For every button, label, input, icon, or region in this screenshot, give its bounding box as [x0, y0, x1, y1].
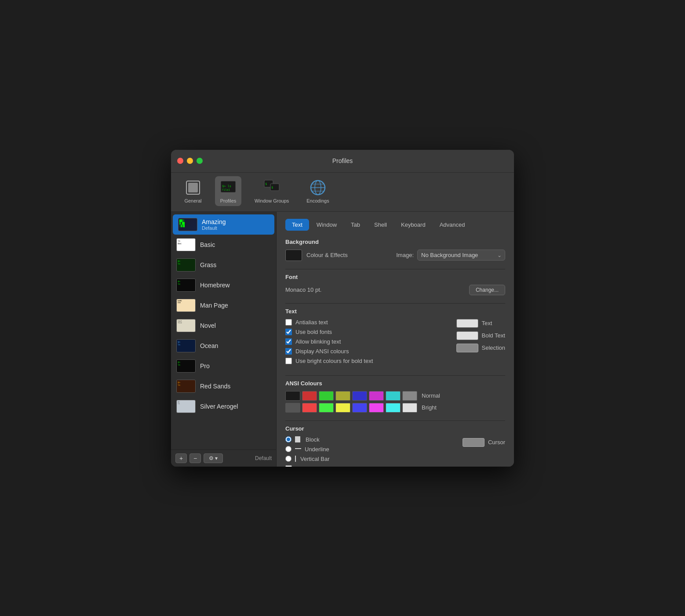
- gear-button[interactable]: ⚙ ▾: [204, 453, 223, 463]
- cursor-bar-radio[interactable]: [285, 456, 291, 462]
- ansi-normal-black[interactable]: [285, 391, 300, 401]
- ansi-bright-red[interactable]: [302, 403, 317, 413]
- profile-name-basic: Basic: [200, 241, 215, 248]
- text-section: Text Antialias text Use bold fonts: [285, 308, 505, 367]
- ansi-bright-white[interactable]: [402, 403, 417, 413]
- main-window: Profiles General $> ls file1 Profiles: [171, 150, 514, 467]
- cursor-color-box[interactable]: [463, 438, 485, 447]
- svg-text:$: $: [265, 182, 267, 186]
- maximize-button[interactable]: [197, 158, 203, 164]
- toolbar-encodings[interactable]: Encodings: [302, 176, 333, 206]
- blinking-checkbox[interactable]: [285, 338, 292, 345]
- bright-bold-row: Use bright colours for bold text: [285, 358, 443, 364]
- profiles-icon: $> ls file1: [219, 179, 237, 196]
- ansi-normal-red[interactable]: [302, 391, 317, 401]
- ansi-bright-blue[interactable]: [352, 403, 367, 413]
- profile-item-ocean[interactable]: $>ls Ocean: [171, 336, 276, 356]
- ansi-colours-checkbox[interactable]: [285, 348, 292, 355]
- cursor-block-radio[interactable]: [285, 436, 291, 442]
- text-color-label: Text: [482, 320, 492, 326]
- profile-item-amazing[interactable]: ██▒░▓░██░▓▒█ Amazing Default: [173, 214, 274, 235]
- toolbar: General $> ls file1 Profiles $ $: [171, 173, 514, 212]
- tab-advanced[interactable]: Advanced: [433, 219, 472, 231]
- text-color-box[interactable]: [456, 319, 478, 328]
- toolbar-general[interactable]: General: [180, 176, 206, 206]
- profile-subtitle-amazing: Default: [202, 225, 226, 231]
- main-panel: Text Window Tab Shell Keyboard Advanced …: [277, 212, 514, 467]
- profile-item-homebrew[interactable]: $>ls Homebrew: [171, 275, 276, 295]
- ansi-colours-row: Display ANSI colours: [285, 348, 443, 355]
- tab-shell[interactable]: Shell: [368, 219, 394, 231]
- cursor-bar-label: Vertical Bar: [300, 456, 329, 462]
- profile-name-grass: Grass: [200, 261, 216, 268]
- blinking-row: Allow blinking text: [285, 338, 443, 345]
- profile-name-manpage: Man Page: [200, 302, 228, 309]
- blink-cursor-checkbox[interactable]: [285, 465, 292, 467]
- titlebar: Profiles: [171, 150, 514, 173]
- bold-color-box[interactable]: [456, 331, 478, 340]
- text-options: Antialias text Use bold fonts Allow blin…: [285, 319, 505, 367]
- profile-item-silveraerogel[interactable]: $>ls Silver Aerogel: [171, 396, 276, 417]
- ansi-normal-green[interactable]: [319, 391, 334, 401]
- change-font-button[interactable]: Change...: [469, 285, 505, 295]
- background-title: Background: [285, 239, 505, 245]
- toolbar-window-groups[interactable]: $ $ Window Groups: [250, 176, 293, 206]
- ansi-bright-yellow[interactable]: [335, 403, 350, 413]
- ansi-bright-cyan[interactable]: [386, 403, 401, 413]
- profile-item-manpage[interactable]: NAMEman Man Page: [171, 295, 276, 315]
- tab-text[interactable]: Text: [285, 219, 309, 231]
- remove-profile-button[interactable]: −: [189, 453, 201, 463]
- profile-item-pro[interactable]: $>ls Pro: [171, 356, 276, 376]
- svg-text:$: $: [271, 186, 273, 189]
- selection-color-box[interactable]: [456, 344, 478, 352]
- ansi-normal-yellow[interactable]: [335, 391, 350, 401]
- profile-item-redsands[interactable]: $>ls Red Sands: [171, 376, 276, 396]
- ansi-normal-cyan[interactable]: [386, 391, 401, 401]
- profile-item-grass[interactable]: $>ls Grass: [171, 255, 276, 275]
- ansi-normal-magenta[interactable]: [369, 391, 384, 401]
- bold-fonts-checkbox[interactable]: [285, 329, 292, 335]
- divider-1: [285, 269, 505, 269]
- cursor-underline-label: Underline: [305, 446, 329, 453]
- tab-window[interactable]: Window: [310, 219, 343, 231]
- ansi-normal-row: Normal: [285, 391, 505, 401]
- cursor-underline-radio[interactable]: [285, 446, 291, 452]
- cursor-bar-indicator: [295, 456, 296, 462]
- ansi-bright-black[interactable]: [285, 403, 300, 413]
- toolbar-window-groups-label: Window Groups: [255, 198, 289, 203]
- toolbar-profiles[interactable]: $> ls file1 Profiles: [215, 176, 241, 206]
- profile-name-novel: Novel: [200, 322, 216, 329]
- cursor-options: Block Underline Vertical Bar: [285, 436, 449, 467]
- profile-thumb-homebrew: $>ls: [176, 279, 196, 292]
- ansi-normal-white[interactable]: [402, 391, 417, 401]
- bright-bold-checkbox[interactable]: [285, 358, 292, 364]
- close-button[interactable]: [177, 158, 183, 164]
- tab-bar: Text Window Tab Shell Keyboard Advanced: [285, 219, 505, 231]
- ansi-bright-green[interactable]: [319, 403, 334, 413]
- minimize-button[interactable]: [187, 158, 193, 164]
- profile-item-novel[interactable]: textfile Novel: [171, 315, 276, 336]
- image-select[interactable]: No Background Image: [417, 250, 505, 261]
- text-color-row: Text: [456, 319, 505, 328]
- ansi-normal-blue[interactable]: [352, 391, 367, 401]
- traffic-lights: [177, 158, 203, 164]
- window-title: Profiles: [332, 157, 353, 164]
- profile-thumb-silveraerogel: $>ls: [176, 400, 196, 413]
- window-groups-icon: $ $: [263, 179, 281, 196]
- antialias-row: Antialias text: [285, 319, 443, 326]
- profile-item-basic[interactable]: lsdoc Basic: [171, 235, 276, 255]
- tab-tab[interactable]: Tab: [344, 219, 367, 231]
- ansi-title: ANSI Colours: [285, 380, 505, 387]
- divider-2: [285, 303, 505, 304]
- background-color-box[interactable]: [285, 250, 302, 261]
- profile-name-silveraerogel: Silver Aerogel: [200, 403, 238, 410]
- profile-thumb-novel: textfile: [176, 319, 196, 332]
- tab-keyboard[interactable]: Keyboard: [394, 219, 432, 231]
- ansi-bright-magenta[interactable]: [369, 403, 384, 413]
- antialias-checkbox[interactable]: [285, 319, 292, 326]
- cursor-color-label: Cursor: [488, 439, 505, 446]
- add-profile-button[interactable]: +: [175, 453, 187, 463]
- profile-thumb-amazing: ██▒░▓░██░▓▒█: [178, 218, 197, 231]
- sidebar-footer: + − ⚙ ▾ Default: [171, 449, 276, 467]
- profile-name-ocean: Ocean: [200, 342, 218, 349]
